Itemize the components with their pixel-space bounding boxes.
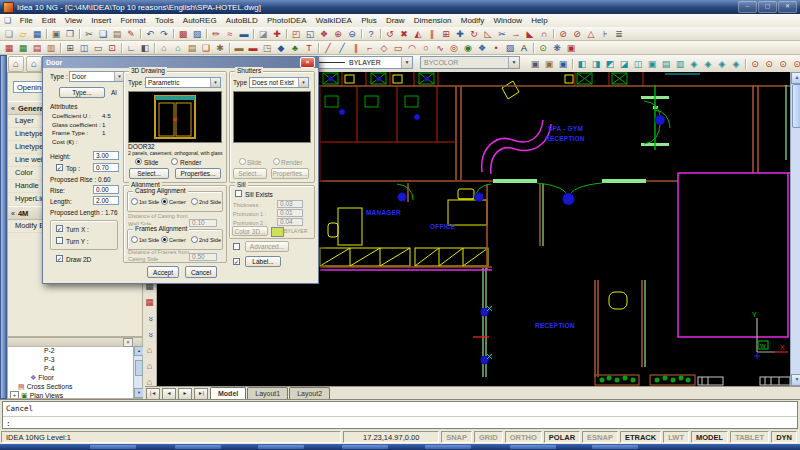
collapse-1-icon[interactable]: » — [143, 313, 157, 326]
top-checkbox[interactable] — [56, 164, 63, 171]
chevron-down-icon[interactable]: ▼ — [298, 78, 308, 87]
tab-next-icon[interactable]: ► — [178, 388, 192, 400]
select-button[interactable]: Select... — [129, 168, 169, 179]
zoom-dynamic-icon[interactable]: ⊙ — [776, 58, 790, 70]
turn-x-checkbox[interactable] — [56, 225, 63, 232]
pencil-icon[interactable]: ✏ — [209, 28, 223, 40]
render-radio[interactable] — [171, 158, 178, 165]
view-back-icon[interactable]: ▣ — [645, 58, 659, 70]
tree-item-floor[interactable]: ❖Floor — [8, 373, 134, 382]
undo-icon[interactable]: ↶ — [143, 28, 157, 40]
iso-se-icon[interactable]: ◈ — [701, 58, 715, 70]
status-toggle-polar[interactable]: POLAR — [544, 431, 580, 443]
save-icon[interactable]: ▦ — [30, 28, 44, 40]
delete-icon[interactable]: ✖ — [397, 28, 411, 40]
minimize-button[interactable]: – — [738, 1, 757, 13]
line-icon[interactable]: ╱ — [321, 42, 335, 54]
zoom-out-icon[interactable]: ⊖ — [345, 28, 359, 40]
status-toggle-grid[interactable]: GRID — [474, 431, 503, 443]
copy-icon[interactable]: ❑ — [96, 28, 110, 40]
plot-icon[interactable]: ▣ — [528, 58, 542, 70]
status-toggle-esnap[interactable]: ESNAP — [582, 431, 618, 443]
point-icon[interactable]: • — [489, 42, 503, 54]
iso-ne-icon[interactable]: ◈ — [715, 58, 729, 70]
publish-icon[interactable]: ▣ — [556, 58, 570, 70]
frames-center-radio[interactable] — [161, 236, 168, 243]
roof-icon[interactable]: ⌂ — [157, 42, 171, 54]
view-plan-icon[interactable]: ▤ — [659, 58, 673, 70]
tab-first-icon[interactable]: |◄ — [146, 388, 160, 400]
ellipse-icon[interactable]: ◎ — [447, 42, 461, 54]
label-checkbox[interactable] — [233, 258, 240, 265]
calc-icon[interactable]: ▥ — [44, 42, 58, 54]
tab-prev-icon[interactable]: ◄ — [162, 388, 176, 400]
open-icon[interactable]: ▱ — [16, 28, 30, 40]
status-toggle-tablet[interactable]: TABLET — [730, 431, 769, 443]
new-icon[interactable]: ❏ — [2, 28, 16, 40]
circle-icon[interactable]: ○ — [419, 42, 433, 54]
opening-icon[interactable]: ▭ — [91, 42, 105, 54]
menu-file[interactable]: File — [15, 16, 37, 25]
menu-insert[interactable]: Insert — [87, 16, 116, 25]
regen-icon[interactable]: ↺ — [383, 28, 397, 40]
menu-walkidea[interactable]: WalkIDEA — [311, 16, 356, 25]
sketch-icon[interactable]: ≈ — [223, 28, 237, 40]
idea-red-icon[interactable]: ⌂ — [8, 56, 24, 72]
length-field[interactable] — [93, 196, 119, 205]
maximize-button[interactable]: ▢ — [758, 1, 777, 13]
multiline-icon[interactable]: ∥ — [349, 42, 363, 54]
chair-icon[interactable]: ◳ — [260, 42, 274, 54]
tree-item-cross-sections[interactable]: ▤Cross Sections — [8, 382, 134, 391]
slide-radio[interactable] — [135, 158, 142, 165]
print-preview-icon[interactable]: ❐ — [63, 28, 77, 40]
advanced-checkbox[interactable] — [233, 243, 240, 250]
image-attach-icon[interactable]: ▨ — [190, 28, 204, 40]
view-right-icon[interactable]: ◪ — [617, 58, 631, 70]
tree-item-p-2[interactable]: P-2 — [8, 346, 134, 355]
rotate-icon[interactable]: ↻ — [467, 28, 481, 40]
view-3d-ortho-icon[interactable]: ▥ — [673, 58, 687, 70]
close-button[interactable]: ✕ — [778, 1, 797, 13]
polyline-icon[interactable]: ⌐ — [363, 42, 377, 54]
expand-icon[interactable]: + — [10, 391, 19, 398]
menu-modify[interactable]: Modify — [456, 16, 489, 25]
menu-view[interactable]: View — [60, 16, 86, 25]
docked-toolbar-strip[interactable] — [0, 55, 7, 399]
tree-scrollbar[interactable]: ▲ ▼ — [133, 346, 142, 398]
insert-block-icon[interactable]: ◉ — [461, 42, 475, 54]
polygon-icon[interactable]: ◇ — [377, 42, 391, 54]
measure-icon[interactable]: ▬ — [237, 28, 251, 40]
menu-edit[interactable]: Edit — [37, 16, 60, 25]
menu-window[interactable]: Window — [489, 16, 527, 25]
array-icon[interactable]: ⊞ — [439, 28, 453, 40]
casing-center-radio[interactable] — [161, 198, 168, 205]
chevron-down-icon[interactable]: ▼ — [210, 78, 220, 87]
command-input[interactable]: : — [3, 417, 797, 430]
status-toggle-snap[interactable]: SNAP — [441, 431, 472, 443]
hatch-red-icon[interactable]: ▦ — [2, 42, 16, 54]
status-toggle-lwt[interactable]: LWT — [663, 431, 689, 443]
idea-tool-2-icon[interactable]: ⌂ — [143, 360, 156, 374]
frames-1st-radio[interactable] — [131, 236, 138, 243]
materials-icon[interactable]: ❋ — [550, 42, 564, 54]
view-3d-icon[interactable]: ❏ — [199, 42, 213, 54]
label-button[interactable]: Label... — [245, 256, 281, 267]
collapse-2-icon[interactable]: » — [143, 329, 157, 342]
roof-2-icon[interactable]: ⌂ — [171, 42, 185, 54]
window-tool-icon[interactable]: ◫ — [77, 42, 91, 54]
status-toggle-ortho[interactable]: ORTHO — [505, 431, 542, 443]
iso-nw-icon[interactable]: ◈ — [729, 58, 743, 70]
mirror-icon[interactable]: ◭ — [411, 28, 425, 40]
fillet-icon[interactable]: ∩ — [537, 28, 551, 40]
offset-icon[interactable]: ∥ — [425, 28, 439, 40]
move-icon[interactable]: ✚ — [453, 28, 467, 40]
text-tool-icon[interactable]: T — [302, 42, 316, 54]
iso-sw-icon[interactable]: ◈ — [687, 58, 701, 70]
hatch-icon[interactable]: ▨ — [503, 42, 517, 54]
angle-icon[interactable]: △ — [584, 28, 598, 40]
paste-icon[interactable]: ▤ — [110, 28, 124, 40]
make-block-icon[interactable]: ❖ — [475, 42, 489, 54]
canvas-scrollbar[interactable]: ▲ ▼ — [790, 72, 800, 386]
no-track-icon[interactable]: ⊘ — [570, 28, 584, 40]
plant-icon[interactable]: ♣ — [288, 42, 302, 54]
